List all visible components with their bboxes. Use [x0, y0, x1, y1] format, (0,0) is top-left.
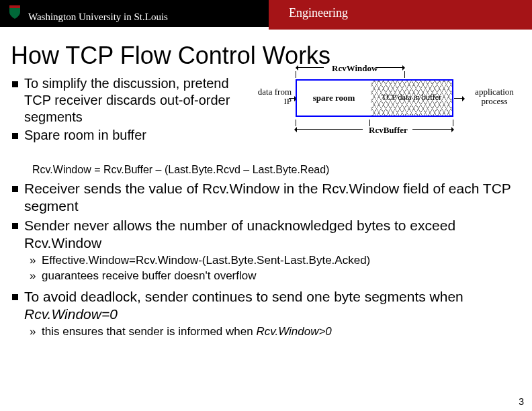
sub-bullet-item: this ensures that sender is informed whe…: [30, 324, 523, 340]
tcp-data-label: TCP data in buffer: [382, 93, 441, 102]
arrow-icon: [289, 98, 296, 99]
shield-icon: [8, 4, 21, 20]
arrow-icon: [297, 67, 324, 68]
slide-body: To simplify the discussion, pretend TCP …: [0, 70, 532, 340]
buffer-box: spare room TCP data in buffer: [296, 79, 453, 117]
tick-mark: [404, 71, 405, 78]
dept-label: Engineering: [289, 6, 348, 20]
bullet-item: Spare room in buffer: [9, 127, 251, 144]
rcvbuffer-label: RcvBuffer: [369, 125, 408, 136]
tick-mark: [453, 120, 453, 126]
bullet-item: Sender never allows the number of unackn…: [9, 217, 523, 253]
university-name: Washington University in St.Louis: [28, 11, 168, 23]
tick-mark: [296, 71, 296, 78]
tcp-data-region: TCP data in buffer: [371, 81, 452, 116]
slide-header: Washington University in St.Louis Engine…: [0, 0, 532, 32]
dept-bar: Engineering: [269, 3, 443, 23]
spare-room-region: spare room: [297, 81, 371, 116]
arrow-icon: [296, 129, 363, 130]
app-process-label: application process: [466, 87, 523, 107]
buffer-diagram: RcvWindow data from IP spare room TCP da…: [251, 73, 523, 160]
slide-title: How TCP Flow Control Works: [11, 42, 532, 70]
arrow-icon: [375, 67, 404, 68]
university-logo: Washington University in St.Louis: [8, 4, 168, 23]
arrow-icon: [454, 98, 463, 99]
sub-bullet-item: Effective.Window=Rcv.Window-(Last.Byte.S…: [30, 253, 523, 269]
university-bar: Washington University in St.Louis: [0, 0, 269, 27]
bullet-italic: Rcv.Window=0: [24, 306, 118, 322]
sub-bullet-italic: Rcv.Window>0: [256, 325, 331, 338]
rcvwindow-label: RcvWindow: [332, 63, 378, 74]
bullet-text: To avoid deadlock, sender continues to s…: [24, 289, 463, 304]
bullet-item: To avoid deadlock, sender continues to s…: [9, 288, 523, 324]
formula-text: Rcv.Window = Rcv.Buffer – (Last.Byte.Rcv…: [32, 164, 523, 176]
tick-mark: [296, 120, 296, 126]
sub-bullet-item: guarantees receive buffer doesn't overfl…: [30, 269, 523, 284]
bullet-item: To simplify the discussion, pretend TCP …: [9, 75, 251, 126]
page-number: 3: [519, 396, 524, 407]
arrow-icon: [412, 129, 453, 130]
sub-bullet-text: this ensures that sender is informed whe…: [42, 325, 256, 338]
data-from-ip-label: data from IP: [250, 87, 292, 107]
bullet-item: Receiver sends the value of Rcv.Window i…: [9, 180, 523, 216]
